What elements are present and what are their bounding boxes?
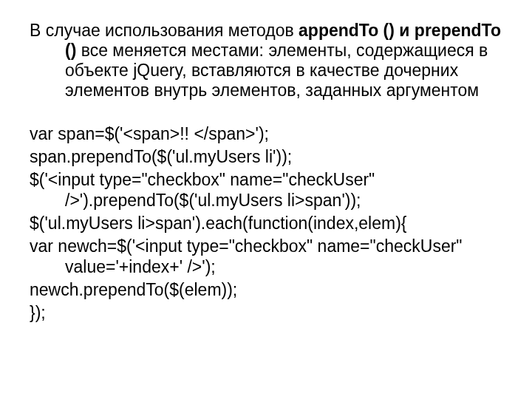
code-line-3: $('<input type="checkbox" name="checkUse…	[30, 169, 502, 211]
intro-paragraph: В случае использования методов appendTo …	[30, 21, 502, 101]
spacer	[30, 104, 502, 123]
intro-post: все меняется местами: элементы, содержащ…	[65, 41, 488, 100]
code-line-7: });	[30, 302, 502, 323]
slide: В случае использования методов appendTo …	[0, 0, 532, 399]
intro-pre: В случае использования методов	[30, 21, 299, 40]
code-line-2: span.prependTo($('ul.myUsers li'));	[30, 146, 502, 167]
code-line-5: var newch=$('<input type="checkbox" name…	[30, 236, 502, 277]
code-line-6: newch.prependTo($(elem));	[30, 279, 502, 300]
code-line-1: var span=$('<span>!! </span>');	[30, 123, 502, 144]
code-line-4: $('ul.myUsers li>span').each(function(in…	[30, 213, 502, 233]
